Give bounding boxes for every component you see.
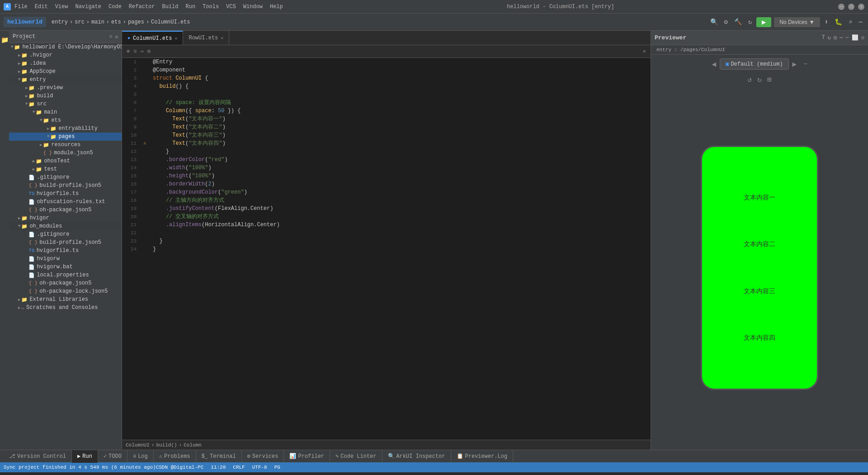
code-line-19[interactable]: 19 .justifyContent(FlexAlign.Center) (122, 204, 651, 213)
code-editor[interactable]: 1@Entry2@Component3struct ColumnUI {4 bu… (122, 58, 651, 440)
zoom-icon[interactable]: ⊞ (767, 75, 772, 84)
tree-oh-package[interactable]: ▶ { } oh-package.json5 (9, 206, 122, 214)
code-line-11[interactable]: 11⚠ Text("文本内容四") (122, 139, 651, 147)
tab-rowui-close[interactable]: ✕ (221, 35, 223, 41)
tree-hvigor[interactable]: ▶ 📁 .hvigor (9, 51, 122, 59)
tree-hvigor-root[interactable]: ▶ 📁 hvigor (9, 214, 122, 222)
previewer-expand-icon[interactable]: ⬜ (852, 34, 859, 41)
previewer-settings-icon[interactable]: ⚙ (861, 34, 864, 41)
menu-build[interactable]: Build (162, 4, 178, 10)
device-next-icon[interactable]: ▶ (793, 60, 797, 69)
more-icon[interactable]: ⋯ (857, 17, 864, 27)
tree-ohostest[interactable]: ▶ 📁 ohosTest (9, 157, 122, 165)
previewer-text-icon[interactable]: T (822, 34, 825, 41)
deploy-icon[interactable]: ⬆ (823, 17, 830, 27)
bottom-tab-run[interactable]: ▶ Run (72, 450, 98, 463)
code-line-23[interactable]: 23 } (122, 237, 651, 245)
close-button[interactable]: ✕ (858, 4, 864, 10)
bottom-tab-previewer-log[interactable]: 📋 Previewer.Log (451, 450, 514, 463)
code-line-15[interactable]: 15 .height("100%") (122, 172, 651, 180)
sidebar-settings-icon[interactable]: ⚙ (115, 34, 118, 40)
tree-ets[interactable]: ▼ 📁 ets (9, 116, 122, 124)
menu-navigate[interactable]: Navigate (75, 4, 101, 10)
tree-main[interactable]: ▼ 📁 main (9, 108, 122, 116)
editor-icon-1[interactable]: ⊕ (126, 47, 131, 56)
code-line-4[interactable]: 4 build() { (122, 82, 651, 90)
menu-tools[interactable]: Tools (203, 4, 219, 10)
tree-src[interactable]: ▼ 📁 src (9, 100, 122, 108)
code-line-13[interactable]: 13 .borderColor("red") (122, 156, 651, 164)
tree-hvigorfile[interactable]: ▶ TS hvigorfile.ts (9, 190, 122, 198)
tab-columnui[interactable]: ● ColumnUI.ets ✕ (122, 31, 183, 45)
menu-code[interactable]: Code (108, 4, 122, 10)
code-line-1[interactable]: 1@Entry (122, 58, 651, 66)
code-line-2[interactable]: 2@Component (122, 66, 651, 74)
bottom-tab-arkui-inspector[interactable]: 🔍 ArkUI Inspector (382, 450, 451, 463)
tree-obfuscation[interactable]: ▶ 📄 obfuscation-rules.txt (9, 198, 122, 206)
sync-icon[interactable]: ↻ (746, 17, 754, 27)
tree-entry[interactable]: ▼ 📁 entry (9, 76, 122, 84)
search2-icon[interactable]: ⌕ (847, 17, 854, 27)
search-icon[interactable]: 🔍 (708, 17, 720, 27)
tree-scratches[interactable]: ▶ ✏ Scratches and Consoles (9, 304, 122, 312)
code-line-18[interactable]: 18 // 主轴方向的对齐方式 (122, 196, 651, 204)
device-more-icon[interactable]: ⋯ (804, 61, 807, 67)
tree-appscope[interactable]: ▶ 📁 AppScope (9, 67, 122, 76)
tree-gitignore2[interactable]: ▶ 📄 .gitignore (9, 230, 122, 238)
code-line-21[interactable]: 21 .alignItems(HorizontalAlign.Center) (122, 221, 651, 229)
menu-vcs[interactable]: VCS (226, 4, 236, 10)
breadcrumb-columnui[interactable]: ColumnUI (126, 442, 150, 448)
code-line-22[interactable]: 22 (122, 229, 651, 237)
code-line-6[interactable]: 6 // space: 设置内容间隔 (122, 99, 651, 107)
minimize-button[interactable]: — (838, 4, 844, 10)
menu-run[interactable]: Run (185, 4, 195, 10)
menu-bar[interactable]: File Edit View Navigate Code Refactor Bu… (14, 4, 283, 10)
editor-icon-4[interactable]: ⚙ (146, 47, 151, 56)
editor-close-icon[interactable]: ✕ (642, 47, 647, 56)
code-line-7[interactable]: 7 Column({ space: 50 }) { (122, 107, 651, 115)
editor-icon-2[interactable]: ≡ (132, 48, 137, 56)
code-line-24[interactable]: 24} (122, 245, 651, 253)
breadcrumb-build[interactable]: build() (156, 442, 177, 448)
tree-hvigorw-bat[interactable]: ▶ 📄 hvigorw.bat (9, 263, 122, 271)
bottom-tab-terminal[interactable]: $_ Terminal (196, 450, 242, 463)
bottom-tab-version-control[interactable]: ⎇ Version Control (4, 450, 72, 463)
code-line-20[interactable]: 20 // 交叉轴的对齐方式 (122, 213, 651, 221)
tree-build-profile[interactable]: ▶ { } build-profile.json5 (9, 181, 122, 190)
previewer-refresh-icon[interactable]: ↻ (828, 34, 831, 41)
tree-hvigorw[interactable]: ▶ 📄 hvigorw (9, 255, 122, 263)
settings-icon[interactable]: ⚙ (722, 17, 730, 27)
tree-hvigorfile2[interactable]: ▶ TS hvigorfile.ts (9, 247, 122, 255)
bottom-tab-code-linter[interactable]: ✎ Code Linter (330, 450, 382, 463)
tree-oh-package-lock[interactable]: ▶ { } oh-package-lock.json5 (9, 287, 122, 295)
tree-gitignore[interactable]: ▶ 📄 .gitignore (9, 173, 122, 181)
bottom-tab-log[interactable]: ≡ Log (127, 450, 154, 463)
bottom-tab-problems[interactable]: ⚠ Problems (154, 450, 196, 463)
bottom-tab-todo[interactable]: ✓ TODO (98, 450, 127, 463)
device-name-badge[interactable]: ▣ Default (medium) (720, 58, 788, 70)
code-line-17[interactable]: 17 .backgroundColor("green") (122, 188, 651, 196)
tree-entryability[interactable]: ▶ 📁 entryability (9, 124, 122, 133)
menu-view[interactable]: View (55, 4, 68, 10)
tab-rowui[interactable]: RowUI.ets ✕ (183, 31, 229, 45)
debug-icon[interactable]: 🐛 (833, 17, 844, 27)
code-line-9[interactable]: 9 Text("文本内容二") (122, 123, 651, 131)
rotate-right-icon[interactable]: ↻ (757, 75, 762, 84)
code-line-8[interactable]: 8 Text("文本内容一") (122, 115, 651, 123)
code-line-14[interactable]: 14 .width("100%") (122, 164, 651, 172)
tree-oh-modules[interactable]: ▼ 📁 oh_modules (9, 222, 122, 230)
bottom-tab-services[interactable]: ⚙ Services (242, 450, 284, 463)
rotate-left-icon[interactable]: ↺ (748, 75, 752, 84)
tab-columnui-close[interactable]: ✕ (175, 36, 177, 41)
breadcrumb-column[interactable]: Column (184, 442, 202, 448)
code-line-12[interactable]: 12 } (122, 147, 651, 156)
previewer-layout-icon[interactable]: ⊞ (834, 34, 837, 41)
project-label[interactable]: helloworld (4, 17, 46, 27)
menu-refactor[interactable]: Refactor (129, 4, 155, 10)
tree-root[interactable]: ▼ 📁 helloworld E:\Develop\HarmonyOS\v4.0… (9, 43, 122, 51)
maximize-button[interactable]: ❐ (848, 4, 854, 10)
sidebar-collapse-icon[interactable]: ≡ (109, 34, 113, 40)
run-button[interactable]: ▶ (756, 17, 771, 27)
code-line-5[interactable]: 5 (122, 90, 651, 99)
tree-resources[interactable]: ▶ 📁 resources (9, 141, 122, 149)
